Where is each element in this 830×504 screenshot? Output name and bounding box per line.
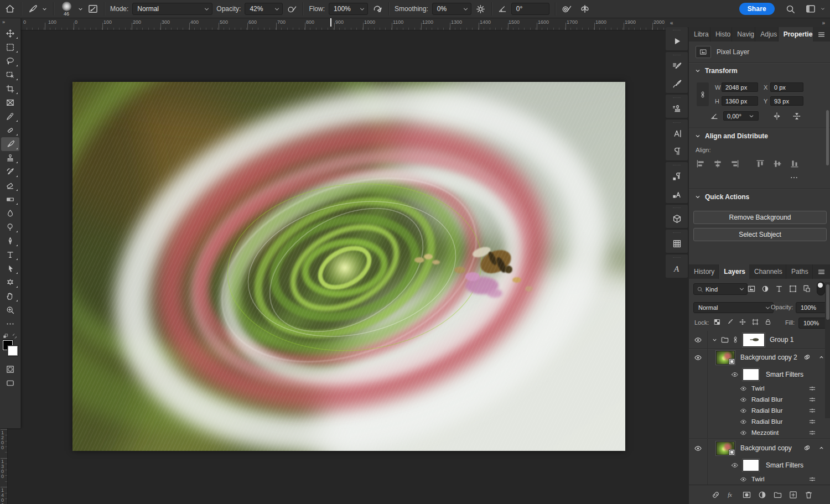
align-left-icon[interactable] <box>696 159 706 169</box>
smart-filter-badge-icon[interactable] <box>803 353 811 361</box>
layer-name[interactable]: Background copy <box>740 444 792 452</box>
horizontal-ruler[interactable]: 0100010020030040050060070080090010001100… <box>0 18 666 30</box>
tool-hand[interactable] <box>1 289 19 303</box>
link-layers-icon[interactable] <box>711 490 720 500</box>
layer-name[interactable]: Mezzotint <box>751 429 779 436</box>
canvas-document[interactable] <box>72 82 625 451</box>
layer-name[interactable]: Smart Filters <box>766 461 803 469</box>
filter-kind-select[interactable]: Kind <box>693 283 748 295</box>
swap-colors-icon[interactable] <box>12 333 18 339</box>
background-color-swatch[interactable] <box>8 346 18 356</box>
tool-ellipsis[interactable] <box>1 317 19 331</box>
tool-path-select[interactable] <box>1 262 19 276</box>
lock-pixels-icon[interactable] <box>726 318 734 326</box>
rotation-field[interactable]: 0,00° <box>723 111 759 121</box>
visibility-toggle[interactable] <box>689 427 708 438</box>
tool-zoom[interactable] <box>1 303 19 317</box>
tool-eraser[interactable] <box>1 179 19 193</box>
constrain-proportions-toggle[interactable] <box>697 82 709 106</box>
collapsed-panel-character-styles[interactable] <box>667 186 686 201</box>
layers-tab-history[interactable]: History <box>689 264 719 279</box>
filter-mask-thumbnail[interactable] <box>743 459 759 471</box>
align-top-icon[interactable] <box>755 159 765 169</box>
layer-thumbnail[interactable] <box>716 351 735 365</box>
visibility-toggle[interactable] <box>689 439 708 457</box>
filter-row[interactable]: Radial Blur <box>689 405 830 416</box>
share-button[interactable]: Share <box>739 3 775 15</box>
search-icon[interactable] <box>785 4 796 14</box>
chevron-down-icon[interactable] <box>42 6 48 12</box>
filter-row[interactable]: Radial Blur <box>689 416 830 427</box>
layer-name[interactable]: Radial Blur <box>751 418 782 425</box>
tool-clone-stamp[interactable] <box>1 151 19 165</box>
flip-horizontal-icon[interactable] <box>772 111 782 121</box>
eye-icon[interactable] <box>731 371 739 378</box>
filter-blending-options-icon[interactable] <box>808 418 816 425</box>
eye-icon[interactable] <box>740 418 747 425</box>
visibility-toggle[interactable] <box>689 405 708 416</box>
smart-filters-row[interactable]: Smart Filters <box>689 457 830 474</box>
filter-type-icon[interactable] <box>775 284 784 293</box>
collapsed-panel-glyphs[interactable]: A <box>667 261 686 276</box>
tool-crop[interactable] <box>1 82 19 96</box>
toolbar-expand-button[interactable]: » <box>0 18 20 27</box>
collapse-dock-button[interactable]: « <box>670 20 674 26</box>
visibility-toggle[interactable] <box>689 331 708 349</box>
toggle-brush-settings-icon[interactable] <box>87 3 98 14</box>
lock-position-icon[interactable] <box>739 318 746 326</box>
visibility-toggle[interactable] <box>689 457 708 474</box>
layer-row[interactable]: Background copy 2 <box>689 349 830 366</box>
align-middle-v-icon[interactable] <box>772 159 782 169</box>
tool-pen[interactable] <box>1 234 19 248</box>
filter-adjust-icon[interactable] <box>761 284 770 293</box>
tool-object-selection[interactable] <box>1 68 19 82</box>
pressure-size-icon[interactable] <box>561 3 572 14</box>
expand-dock-button[interactable]: » <box>822 20 826 26</box>
layers-tab-paths[interactable]: Paths <box>786 264 813 279</box>
panel-menu-button[interactable] <box>813 27 830 41</box>
select-subject-button[interactable]: Select Subject <box>693 228 827 241</box>
layer-name[interactable]: Smart Filters <box>766 371 803 378</box>
collapse-effects-icon[interactable] <box>818 354 825 361</box>
visibility-toggle[interactable] <box>689 349 708 366</box>
symmetry-icon[interactable] <box>579 3 590 14</box>
new-group-icon[interactable] <box>773 490 782 500</box>
smoothing-select[interactable]: 0% <box>432 3 471 15</box>
visibility-toggle[interactable] <box>689 383 708 394</box>
collapse-effects-icon[interactable] <box>818 444 825 451</box>
lock-all-icon[interactable] <box>764 318 772 326</box>
group-thumbnail[interactable] <box>743 333 765 347</box>
filter-blending-options-icon[interactable] <box>808 475 816 483</box>
blend-mode-select[interactable]: Normal <box>693 302 774 313</box>
airbrush-icon[interactable] <box>372 3 383 14</box>
layer-row-group[interactable]: Group 1 <box>689 331 830 349</box>
eye-icon[interactable] <box>740 396 747 403</box>
new-layer-icon[interactable] <box>788 490 798 500</box>
y-field[interactable]: 93 px <box>770 96 803 106</box>
layers-tab-layers[interactable]: Layers <box>719 264 749 279</box>
workspace-switcher-icon[interactable] <box>805 3 816 14</box>
chevron-down-icon[interactable] <box>820 6 826 12</box>
brush-preset-picker[interactable]: 46 <box>59 2 74 17</box>
flow-select[interactable]: 100% <box>329 3 368 15</box>
delete-layer-icon[interactable] <box>804 490 813 500</box>
eye-icon[interactable] <box>740 407 747 414</box>
filter-blending-options-icon[interactable] <box>808 396 816 403</box>
eye-icon[interactable] <box>731 461 739 469</box>
filter-shape-icon[interactable] <box>788 284 797 293</box>
panel-menu-button[interactable] <box>813 264 830 279</box>
add-mask-icon[interactable] <box>742 490 751 500</box>
expand-group-icon[interactable] <box>711 336 718 344</box>
tool-eyedropper[interactable] <box>1 110 19 123</box>
quick-mask-button[interactable] <box>1 362 19 376</box>
collapsed-panel-3d[interactable] <box>667 211 686 226</box>
filter-pixel-icon[interactable] <box>747 284 756 293</box>
tool-marquee[interactable] <box>1 40 19 54</box>
tool-lasso[interactable] <box>1 54 19 68</box>
tool-blur[interactable] <box>1 206 19 220</box>
screen-mode-button[interactable] <box>1 376 19 390</box>
filter-mask-thumbnail[interactable] <box>743 368 759 381</box>
align-center-h-icon[interactable] <box>713 159 723 169</box>
align-bottom-icon[interactable] <box>790 159 800 169</box>
layer-name[interactable]: Group 1 <box>770 336 793 344</box>
